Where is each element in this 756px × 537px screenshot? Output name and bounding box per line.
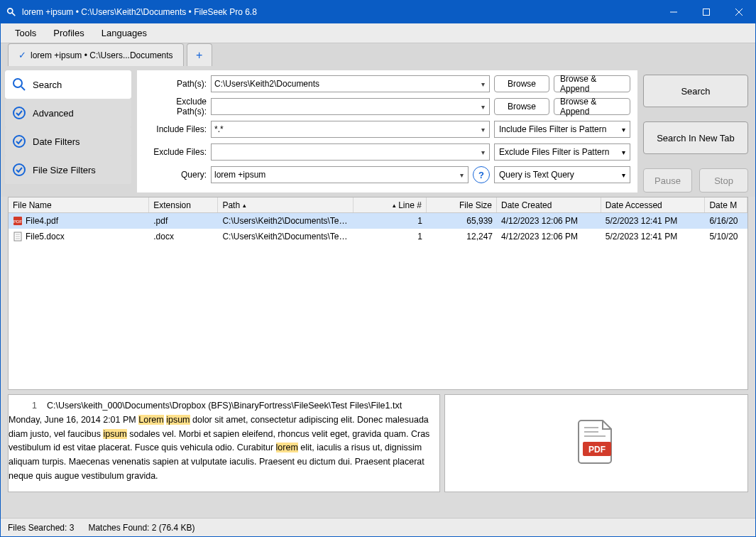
thumbnail-preview: PDF [444, 394, 748, 492]
exclude-files-input[interactable]: ▾ [211, 143, 490, 161]
browse-append-path-button[interactable]: Browse & Append [554, 75, 630, 92]
nav-search[interactable]: Search [5, 70, 131, 99]
query-label: Query: [144, 170, 207, 180]
col-modified[interactable]: Date M [705, 197, 747, 212]
maximize-button[interactable] [690, 1, 723, 23]
col-filename[interactable]: File Name [9, 197, 149, 212]
chevron-down-icon: ▾ [481, 148, 485, 156]
titlebar[interactable]: lorem +ipsum • C:\Users\Keith2\Documents… [1, 1, 755, 23]
highlight: Lorem [138, 415, 163, 425]
svg-rect-3 [703, 9, 710, 16]
col-created[interactable]: Date Created [497, 197, 601, 212]
file-icon: PDF [13, 216, 23, 226]
new-tab-button[interactable]: + [187, 43, 212, 66]
stop-button[interactable]: Stop [699, 168, 748, 192]
nav-label: Search [33, 80, 62, 90]
action-column: Search Search In New Tab Pause Stop [643, 70, 748, 192]
svg-point-8 [13, 107, 25, 119]
chevron-down-icon: ▾ [481, 80, 485, 88]
query-help-button[interactable]: ? [473, 166, 490, 183]
preview-line-number: 1 [9, 399, 37, 413]
exclude-path-input[interactable]: ▾ [211, 98, 490, 115]
minimize-button[interactable] [657, 1, 690, 23]
chevron-down-icon: ▾ [622, 126, 625, 134]
svg-point-0 [8, 9, 13, 13]
statusbar: Files Searched: 3 Matches Found: 2 (76.4… [1, 518, 755, 536]
nav-date-filters[interactable]: Date Filters [5, 127, 131, 156]
svg-point-9 [13, 136, 25, 147]
chevron-down-icon: ▾ [622, 171, 625, 179]
close-button[interactable] [723, 1, 755, 23]
sort-asc-icon: ▴ [393, 202, 396, 209]
highlight: ipsum [166, 415, 190, 425]
tab-label: lorem +ipsum • C:\Users...Documents [31, 50, 173, 60]
query-input[interactable]: lorem +ipsum▾ [211, 166, 469, 183]
side-nav: Search Advanced Date Filters File Size F… [5, 70, 131, 192]
chevron-down-icon: ▾ [460, 171, 464, 179]
col-path[interactable]: Path▴ [218, 197, 353, 212]
exclude-path-label: Exclude Path(s): [144, 97, 207, 116]
sort-asc-icon: ▴ [243, 202, 246, 209]
col-filesize[interactable]: File Size [427, 197, 497, 212]
browse-exclude-button[interactable]: Browse [494, 98, 549, 115]
exclude-files-label: Exclude Files: [144, 147, 207, 157]
status-files-searched: Files Searched: 3 [8, 523, 74, 533]
nav-file-size-filters[interactable]: File Size Filters [5, 156, 131, 184]
status-matches-found: Matches Found: 2 (76.4 KB) [88, 523, 195, 533]
results-grid[interactable]: File Name Extension Path▴ ▴ Line # File … [8, 197, 748, 390]
svg-text:PDF: PDF [588, 445, 606, 455]
window-title: lorem +ipsum • C:\Users\Keith2\Documents… [22, 7, 657, 17]
search-form: Path(s): C:\Users\Keith2\Documents▾ Brow… [137, 70, 637, 192]
file-icon [13, 232, 23, 242]
check-icon: ✓ [18, 50, 26, 60]
menu-tools[interactable]: Tools [6, 25, 45, 41]
include-files-label: Include Files: [144, 124, 207, 134]
col-line[interactable]: ▴ Line # [354, 197, 427, 212]
svg-line-1 [12, 13, 15, 16]
search-button[interactable]: Search [643, 75, 748, 107]
check-circle-icon [11, 162, 27, 178]
col-extension[interactable]: Extension [149, 197, 218, 212]
table-row[interactable]: File5.docx.docxC:\Users\Keith2\Documents… [9, 229, 747, 244]
nav-label: Date Filters [33, 136, 80, 147]
highlight: ipsum [103, 429, 126, 439]
query-mode-select[interactable]: Query is Text Query▾ [494, 166, 630, 183]
nav-label: File Size Filters [33, 165, 96, 175]
browse-path-button[interactable]: Browse [494, 75, 549, 92]
path-label: Path(s): [144, 79, 207, 89]
menubar: Tools Profiles Languages [1, 23, 755, 43]
search-icon [11, 77, 27, 92]
exclude-filter-mode-select[interactable]: Exclude Files Filter is Pattern▾ [494, 143, 630, 161]
path-input[interactable]: C:\Users\Keith2\Documents▾ [211, 75, 490, 92]
grid-header: File Name Extension Path▴ ▴ Line # File … [9, 197, 747, 213]
nav-advanced[interactable]: Advanced [5, 99, 131, 127]
pause-button[interactable]: Pause [643, 168, 692, 192]
tabstrip: ✓ lorem +ipsum • C:\Users...Documents + [1, 43, 755, 66]
check-circle-icon [11, 105, 27, 121]
chevron-down-icon: ▾ [481, 126, 485, 134]
nav-label: Advanced [33, 108, 74, 119]
search-tab[interactable]: ✓ lorem +ipsum • C:\Users...Documents [8, 43, 184, 66]
svg-point-10 [13, 164, 25, 175]
col-accessed[interactable]: Date Accessed [601, 197, 706, 212]
include-filter-mode-select[interactable]: Include Files Filter is Pattern▾ [494, 121, 630, 138]
check-circle-icon [11, 134, 27, 149]
menu-profiles[interactable]: Profiles [45, 25, 92, 41]
menu-languages[interactable]: Languages [93, 25, 155, 41]
search-new-tab-button[interactable]: Search In New Tab [643, 121, 748, 154]
svg-point-6 [13, 79, 22, 87]
chevron-down-icon: ▾ [622, 148, 625, 156]
browse-append-exclude-button[interactable]: Browse & Append [554, 98, 630, 115]
highlight: lorem [276, 443, 298, 452]
pdf-icon: PDF [577, 419, 615, 467]
table-row[interactable]: PDFFile4.pdf.pdfC:\Users\Keith2\Document… [9, 213, 747, 229]
svg-text:PDF: PDF [13, 219, 22, 224]
chevron-down-icon: ▾ [481, 103, 485, 111]
text-preview[interactable]: 1C:\Users\keith_000\Documents\Dropbox (B… [8, 394, 440, 492]
app-icon [6, 7, 16, 17]
include-files-input[interactable]: *.*▾ [211, 121, 490, 138]
svg-line-7 [21, 87, 25, 90]
